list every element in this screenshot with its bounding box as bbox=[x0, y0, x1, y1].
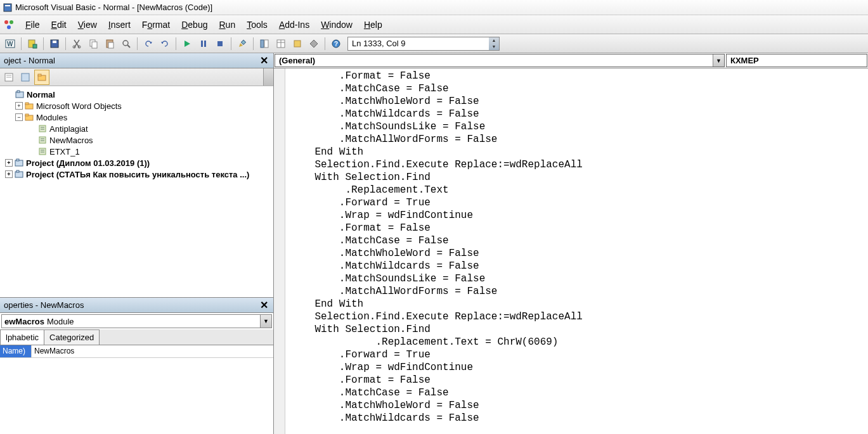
tree-project1-label: Project (Диплом 01.03.2019 (1)) bbox=[26, 158, 150, 168]
svg-rect-8 bbox=[33, 44, 37, 48]
separator bbox=[21, 37, 22, 50]
properties-panel-close-icon[interactable]: ✕ bbox=[258, 300, 269, 311]
svg-rect-24 bbox=[264, 40, 268, 48]
run-icon[interactable] bbox=[179, 36, 195, 51]
pause-icon[interactable] bbox=[196, 36, 211, 51]
separator bbox=[43, 37, 44, 50]
project-explorer-icon[interactable] bbox=[257, 36, 272, 51]
svg-line-18 bbox=[127, 45, 130, 48]
status-spinner[interactable]: ▲▼ bbox=[489, 37, 499, 50]
menu-window[interactable]: Window bbox=[316, 17, 358, 32]
menu-addins[interactable]: Add-Ins bbox=[274, 17, 314, 32]
project-panel-header: oject - Normal ✕ bbox=[0, 53, 273, 68]
svg-point-17 bbox=[123, 41, 128, 46]
property-name-value[interactable]: NewMacros bbox=[32, 345, 273, 358]
word-icon[interactable]: W bbox=[3, 36, 18, 51]
tree-module-label: NewMacros bbox=[49, 136, 93, 145]
menu-help[interactable]: Help bbox=[359, 17, 387, 32]
tree-module-etxt[interactable]: ETXT_1 bbox=[1, 146, 272, 157]
expand-icon[interactable]: + bbox=[15, 102, 23, 110]
app-icon bbox=[3, 3, 13, 13]
menu-bar: File Edit View Insert Format Debug Run T… bbox=[0, 15, 868, 34]
project-panel-close-icon[interactable]: ✕ bbox=[258, 55, 269, 67]
panel-scrollbar[interactable] bbox=[263, 68, 273, 86]
object-dropdown-value: (General) bbox=[279, 56, 315, 65]
code-editor[interactable]: .Format = False .MatchCase = False .Matc… bbox=[274, 68, 868, 434]
toggle-folders-icon[interactable] bbox=[34, 70, 49, 85]
tree-module-label: ETXT_1 bbox=[49, 147, 80, 156]
svg-rect-55 bbox=[16, 170, 19, 172]
tab-alphabetic[interactable]: lphabetic bbox=[0, 329, 44, 345]
code-text-area[interactable]: .Format = False .MatchCase = False .Matc… bbox=[285, 68, 868, 434]
svg-rect-43 bbox=[39, 125, 46, 132]
cursor-position-box: Ln 1333, Col 9 ▲▼ bbox=[347, 37, 500, 51]
expand-icon[interactable]: + bbox=[5, 170, 13, 178]
toolbox-icon[interactable] bbox=[306, 36, 321, 51]
procedure-dropdown[interactable]: КХМЕР bbox=[726, 54, 867, 67]
tree-module-antiplagiat[interactable]: Antiplagiat bbox=[1, 123, 272, 134]
cursor-position-text: Ln 1333, Col 9 bbox=[352, 39, 406, 48]
menu-view[interactable]: View bbox=[73, 17, 102, 32]
svg-rect-21 bbox=[217, 41, 223, 46]
menu-file[interactable]: File bbox=[20, 17, 45, 32]
project-panel-toolbar bbox=[0, 68, 273, 86]
svg-rect-38 bbox=[17, 91, 20, 93]
toolbar: W ? Ln 1333, Col 9 ▲▼ bbox=[0, 34, 868, 53]
svg-point-2 bbox=[4, 20, 8, 24]
view-code-icon[interactable] bbox=[1, 70, 16, 85]
properties-object-name: ewMacros bbox=[4, 317, 44, 326]
svg-point-4 bbox=[7, 25, 11, 29]
menu-edit[interactable]: Edit bbox=[46, 17, 72, 32]
tree-module-newmacros[interactable]: NewMacros bbox=[1, 134, 272, 146]
vb-icon bbox=[3, 18, 15, 31]
property-row-name[interactable]: Name) NewMacros bbox=[0, 345, 273, 358]
help-icon[interactable]: ? bbox=[328, 36, 344, 51]
dropdown-arrow-icon[interactable]: ▼ bbox=[713, 54, 724, 67]
code-margin bbox=[274, 68, 285, 434]
properties-empty-space bbox=[0, 358, 273, 434]
tree-project1[interactable]: + Project (Диплом 01.03.2019 (1)) bbox=[1, 157, 272, 169]
dropdown-arrow-icon[interactable]: ▼ bbox=[260, 315, 271, 328]
redo-icon[interactable] bbox=[157, 36, 172, 51]
svg-rect-20 bbox=[204, 41, 206, 47]
find-icon[interactable] bbox=[119, 36, 134, 51]
undo-icon[interactable] bbox=[141, 36, 156, 51]
stop-icon[interactable] bbox=[212, 36, 228, 51]
tree-project2[interactable]: + Project (СТАТЬя Как повысить уникально… bbox=[1, 169, 272, 180]
menu-debug[interactable]: Debug bbox=[176, 17, 212, 32]
svg-text:W: W bbox=[7, 41, 13, 48]
menu-run[interactable]: Run bbox=[214, 17, 240, 32]
properties-object-dropdown[interactable]: ewMacros Module ▼ bbox=[1, 314, 272, 328]
view-object-icon[interactable] bbox=[18, 70, 33, 85]
properties-panel: operties - NewMacros ✕ ewMacros Module ▼… bbox=[0, 297, 273, 434]
separator bbox=[137, 37, 138, 50]
object-browser-icon[interactable] bbox=[290, 36, 305, 51]
properties-object-type: Module bbox=[47, 317, 74, 326]
tree-project2-label: Project (СТАТЬя Как повысить уникальност… bbox=[26, 170, 249, 179]
svg-rect-0 bbox=[4, 4, 11, 11]
tree-word-objects[interactable]: + Microsoft Word Objects bbox=[1, 100, 272, 112]
svg-rect-53 bbox=[16, 159, 19, 161]
tree-modules[interactable]: − Modules bbox=[1, 112, 272, 123]
menu-format[interactable]: Format bbox=[137, 17, 175, 32]
save-icon[interactable] bbox=[47, 36, 62, 51]
project-tree[interactable]: Normal + Microsoft Word Objects − Module… bbox=[0, 86, 273, 297]
design-mode-icon[interactable] bbox=[235, 36, 250, 51]
menu-insert[interactable]: Insert bbox=[103, 17, 136, 32]
procedure-dropdown-value: КХМЕР bbox=[730, 56, 759, 65]
cut-icon[interactable] bbox=[69, 36, 84, 51]
object-dropdown[interactable]: (General) ▼ bbox=[275, 54, 725, 67]
menu-tools[interactable]: Tools bbox=[242, 17, 273, 32]
paste-icon[interactable] bbox=[102, 36, 117, 51]
expand-icon[interactable]: + bbox=[5, 159, 13, 167]
insert-module-icon[interactable] bbox=[25, 36, 40, 51]
svg-rect-22 bbox=[241, 40, 245, 44]
svg-rect-28 bbox=[294, 41, 301, 47]
collapse-icon[interactable]: − bbox=[15, 113, 23, 121]
tab-categorized[interactable]: Categorized bbox=[44, 329, 100, 345]
tree-normal[interactable]: Normal bbox=[1, 89, 272, 100]
properties-grid[interactable]: Name) NewMacros bbox=[0, 345, 273, 358]
copy-icon[interactable] bbox=[86, 36, 101, 51]
properties-icon[interactable] bbox=[273, 36, 288, 51]
svg-rect-36 bbox=[38, 74, 41, 76]
